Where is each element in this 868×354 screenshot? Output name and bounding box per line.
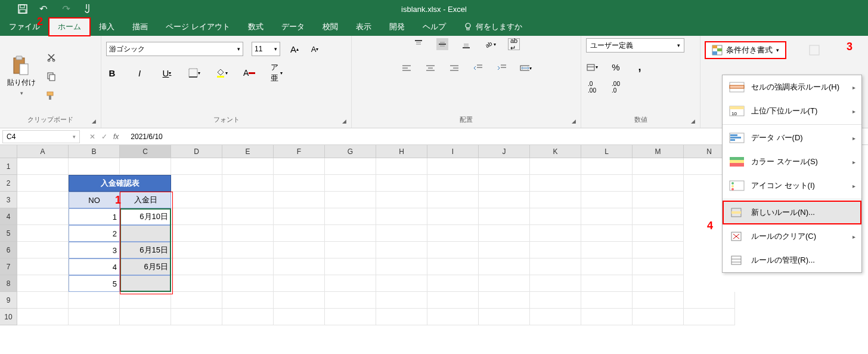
cell[interactable] bbox=[581, 192, 633, 208]
cell[interactable] bbox=[633, 309, 684, 325]
fill-color-icon[interactable]: ▾ bbox=[216, 67, 228, 79]
align-left-icon[interactable] bbox=[401, 62, 413, 74]
tab-view[interactable]: 表示 bbox=[347, 18, 380, 36]
cell[interactable] bbox=[274, 309, 325, 325]
cell[interactable]: 3 bbox=[69, 242, 120, 258]
cell[interactable] bbox=[325, 275, 376, 292]
redo-icon[interactable] bbox=[61, 4, 70, 14]
cell[interactable] bbox=[581, 242, 633, 258]
tab-insert[interactable]: 挿入 bbox=[90, 18, 123, 36]
cell[interactable] bbox=[581, 258, 633, 275]
cell[interactable] bbox=[479, 158, 530, 175]
format-table-icon[interactable] bbox=[808, 44, 820, 56]
cell[interactable] bbox=[274, 225, 325, 242]
cell[interactable]: 6月15日 bbox=[120, 242, 171, 258]
cell[interactable] bbox=[17, 192, 69, 208]
increase-decimal-icon[interactable]: .0.00 bbox=[586, 81, 598, 93]
cell[interactable] bbox=[171, 192, 222, 208]
comma-icon[interactable]: , bbox=[634, 61, 646, 73]
cell[interactable] bbox=[530, 275, 581, 292]
dd-icon-sets[interactable]: アイコン セット(I) ▸ bbox=[723, 174, 861, 198]
cell[interactable] bbox=[274, 175, 325, 192]
row-header[interactable]: 5 bbox=[0, 225, 17, 242]
tab-data[interactable]: データ bbox=[272, 18, 314, 36]
cell[interactable] bbox=[633, 275, 684, 292]
copy-icon[interactable] bbox=[45, 70, 57, 82]
cell[interactable] bbox=[530, 225, 581, 242]
col-header[interactable]: B bbox=[69, 145, 120, 158]
cell[interactable] bbox=[120, 158, 171, 175]
cell[interactable] bbox=[581, 292, 633, 309]
cell[interactable] bbox=[222, 208, 274, 225]
name-box[interactable]: C4▾ bbox=[2, 130, 80, 143]
align-bottom-icon[interactable] bbox=[460, 38, 472, 50]
cell[interactable] bbox=[479, 275, 530, 292]
col-header[interactable]: M bbox=[633, 145, 684, 158]
cell[interactable] bbox=[222, 309, 274, 325]
tab-developer[interactable]: 開発 bbox=[380, 18, 414, 36]
cell[interactable] bbox=[325, 258, 376, 275]
align-top-icon[interactable] bbox=[413, 38, 424, 50]
col-header[interactable]: I bbox=[427, 145, 479, 158]
cell[interactable] bbox=[581, 225, 633, 242]
cell[interactable] bbox=[427, 242, 479, 258]
cell[interactable] bbox=[120, 275, 171, 292]
cell[interactable] bbox=[69, 309, 120, 325]
dd-highlight-rules[interactable]: セルの強調表示ルール(H) ▸ bbox=[723, 75, 861, 99]
row-header[interactable]: 1 bbox=[0, 158, 17, 175]
cell[interactable] bbox=[17, 242, 69, 258]
cell[interactable] bbox=[633, 158, 684, 175]
cell[interactable] bbox=[633, 208, 684, 225]
row-header[interactable]: 3 bbox=[0, 192, 17, 208]
cell[interactable] bbox=[17, 275, 69, 292]
cell[interactable] bbox=[479, 175, 530, 192]
touch-icon[interactable] bbox=[82, 4, 92, 14]
cell[interactable] bbox=[376, 192, 427, 208]
cell[interactable] bbox=[376, 275, 427, 292]
cell[interactable] bbox=[325, 225, 376, 242]
format-painter-icon[interactable] bbox=[45, 90, 57, 101]
row-header[interactable]: 10 bbox=[0, 309, 17, 325]
increase-indent-icon[interactable] bbox=[496, 62, 508, 74]
dd-new-rule[interactable]: 新しいルール(N)... bbox=[723, 201, 861, 224]
cell[interactable] bbox=[376, 208, 427, 225]
orientation-icon[interactable]: ab ▾ bbox=[484, 38, 496, 50]
cell[interactable] bbox=[376, 309, 427, 325]
phonetic-icon[interactable]: ア亜 ▾ bbox=[271, 67, 283, 79]
cell[interactable] bbox=[427, 192, 479, 208]
cell[interactable] bbox=[376, 258, 427, 275]
cell[interactable] bbox=[17, 208, 69, 225]
cell[interactable] bbox=[17, 258, 69, 275]
cell[interactable] bbox=[581, 309, 633, 325]
cell[interactable] bbox=[427, 158, 479, 175]
decrease-indent-icon[interactable] bbox=[472, 62, 484, 74]
col-header[interactable]: C bbox=[120, 145, 171, 158]
cell[interactable] bbox=[427, 258, 479, 275]
decrease-decimal-icon[interactable]: .00.0 bbox=[610, 81, 622, 93]
cell[interactable] bbox=[479, 225, 530, 242]
cell[interactable] bbox=[274, 292, 325, 309]
tab-formulas[interactable]: 数式 bbox=[239, 18, 272, 36]
cell[interactable]: 5 bbox=[69, 275, 120, 292]
cell[interactable] bbox=[479, 258, 530, 275]
col-header[interactable]: L bbox=[581, 145, 633, 158]
col-header[interactable]: E bbox=[222, 145, 274, 158]
cell[interactable] bbox=[325, 158, 376, 175]
font-name-select[interactable]: 游ゴシック▾ bbox=[106, 42, 243, 56]
border-icon[interactable]: ▾ bbox=[188, 67, 200, 79]
cell[interactable] bbox=[222, 175, 274, 192]
cell[interactable] bbox=[222, 258, 274, 275]
cell[interactable] bbox=[171, 158, 222, 175]
cell[interactable] bbox=[530, 208, 581, 225]
cell[interactable] bbox=[530, 158, 581, 175]
cell[interactable] bbox=[325, 208, 376, 225]
tab-help[interactable]: ヘルプ bbox=[414, 18, 455, 36]
cell[interactable] bbox=[171, 258, 222, 275]
cell[interactable] bbox=[274, 208, 325, 225]
cell[interactable] bbox=[222, 292, 274, 309]
cell[interactable] bbox=[69, 292, 120, 309]
cell[interactable] bbox=[581, 275, 633, 292]
cell[interactable] bbox=[274, 158, 325, 175]
cell[interactable]: 入金日 bbox=[120, 192, 171, 208]
cell[interactable] bbox=[69, 158, 120, 175]
